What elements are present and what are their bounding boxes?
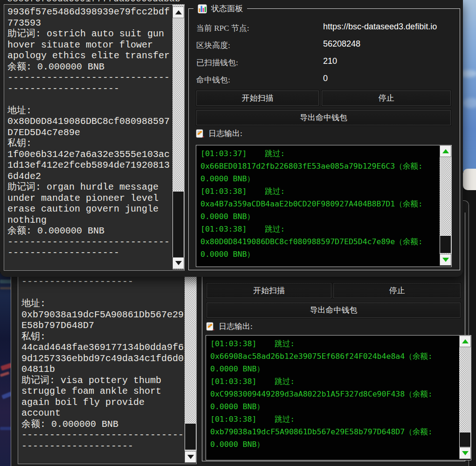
fast-forward-icon	[251, 225, 260, 233]
text-line: account	[21, 408, 183, 419]
log-timestamp: [01:03:38]	[210, 413, 256, 425]
log-entry-header: [01:03:38] 跳过:	[210, 375, 457, 388]
log-timestamp: [01:03:38]	[200, 185, 247, 198]
log-output-text: [01:03:38] 跳过:0x66908ac58ad26b12e39075Ef…	[210, 337, 457, 451]
log-timestamp: [01:03:38]	[210, 375, 256, 388]
log-action-label: 跳过:	[275, 375, 295, 388]
start-scan-button[interactable]: 开始扫描	[196, 90, 319, 106]
fast-forward-icon	[261, 377, 270, 386]
text-line: 9d1257336ebbd97c49da34c1fd6d0	[21, 353, 183, 364]
start-scan-button[interactable]: 开始扫描	[207, 283, 331, 298]
fast-forward-icon	[261, 415, 270, 424]
log-scrollbar[interactable]	[440, 145, 451, 266]
text-line: 9936f57e5486d398939e79fcc2bdf	[7, 7, 171, 18]
text-line	[7, 94, 171, 105]
scrollbar-thumb[interactable]	[185, 423, 196, 450]
text-line: --------------------	[21, 276, 183, 288]
log-balance-line: 0.0000 BNB）	[200, 172, 437, 185]
log-balance-line: 0.0000 BNB）	[200, 248, 437, 260]
wallet-output-text: 9936f57e5486d398939e79fcc2bdf773593助记词: …	[7, 7, 171, 259]
status-panel-groupbox: 状态面板 当前 RPC 节点: https://bsc-dataseed3.de…	[188, 8, 460, 270]
log-entry-header: [01:03:38] 跳过:	[200, 223, 437, 235]
export-hit-wallets-button[interactable]: 导出命中钱包	[196, 110, 451, 125]
text-line: --------------------	[21, 441, 183, 452]
fast-forward-icon	[261, 339, 270, 348]
text-line: -----------------------------	[21, 430, 183, 441]
text-line: E58b797D648D7	[21, 320, 183, 331]
text-line: -----------------------------	[7, 72, 171, 83]
log-balance-line: 0.0000 BNB）	[210, 363, 457, 375]
text-line	[21, 288, 183, 299]
log-action-label: 跳过:	[265, 223, 285, 235]
scrollbar-thumb[interactable]	[440, 235, 451, 254]
rpc-node-value: https://bsc-dataseed3.defibit.io	[323, 22, 437, 32]
text-line: 1d13ef412e2fceb5894de71920813	[7, 160, 171, 171]
memo-icon	[196, 129, 204, 138]
text-line: 余额: 0.000000 BNB	[21, 419, 183, 430]
scroll-up-button[interactable]	[459, 336, 471, 347]
clipped-text-line: e8c6f6f5cda6991f77fdab6e6cdabab	[7, 0, 180, 4]
chevron-down-icon	[462, 451, 469, 455]
log-output-box[interactable]: [01:03:37] 跳过:0x66BED01817d2fb226803fE53…	[196, 145, 452, 267]
log-entry-header: [01:03:38] 跳过:	[210, 337, 457, 350]
status-panel-title: 状态面板	[193, 3, 247, 14]
block-height-value: 56208248	[323, 39, 360, 49]
scroll-down-button[interactable]	[440, 254, 451, 266]
log-address-line: 0x80D0D8419086DBC8cf080988597D7ED5D4c7e8…	[200, 235, 437, 248]
chevron-up-icon	[462, 339, 469, 343]
export-hit-wallets-button[interactable]: 导出命中钱包	[207, 302, 461, 318]
log-balance-line: 0.0000 BNB）	[200, 210, 437, 223]
text-line: 助记词: ostrich auto suit gun	[7, 28, 171, 40]
text-line: again boil fly provide	[21, 397, 183, 408]
desktop-wallpaper-sky	[462, 0, 476, 171]
log-action-label: 跳过:	[275, 413, 295, 425]
text-line: 助记词: organ hurdle message	[7, 182, 171, 193]
stop-button[interactable]: 停止	[333, 283, 461, 298]
text-line: D7ED5D4c7e89e	[7, 127, 171, 138]
log-action-label: 跳过:	[275, 337, 295, 350]
log-output-label: 日志输出:	[219, 321, 253, 332]
log-address-line: 0xa4B7a359aCDB4aaE2b0CD20F980927A404B8B7…	[200, 198, 437, 210]
text-line: 余额: 0.000000 BNB	[7, 62, 171, 73]
text-line: struggle foam ankle short	[21, 386, 183, 397]
scroll-down-button[interactable]	[172, 257, 184, 269]
scrollbar-thumb[interactable]	[459, 432, 471, 447]
log-action-label: 跳过:	[265, 147, 285, 160]
text-line: 44cad4648fae369177134b0dda9f6	[21, 342, 183, 353]
wallet-output-textarea[interactable]: 9936f57e5486d398939e79fcc2bdf773593助记词: …	[4, 4, 185, 271]
fast-forward-icon	[251, 149, 260, 158]
log-timestamp: [01:03:38]	[200, 223, 247, 235]
text-line: under mandate pioneer level	[7, 193, 171, 204]
scroll-up-button[interactable]	[172, 7, 184, 18]
log-scrollbar[interactable]	[459, 336, 471, 459]
scanned-wallets-label: 已扫描钱包:	[196, 57, 238, 68]
text-line: 6d4de2	[7, 171, 171, 182]
textarea-scrollbar[interactable]	[172, 5, 184, 269]
log-balance-line: 0.0000 BNB）	[210, 400, 457, 413]
text-line: 私钥:	[7, 138, 171, 149]
chevron-down-icon	[175, 261, 182, 265]
scroll-up-button[interactable]	[440, 145, 451, 157]
scroll-down-button[interactable]	[185, 451, 196, 463]
wallet-scanner-window-front: e8c6f6f5cda6991f77fdab6e6cdabab 9936f57e…	[0, 0, 463, 277]
log-address-line: 0x66908ac58ad26b12e39075Ef686f24F024b4e8…	[210, 350, 457, 363]
text-line: 地址:	[21, 298, 183, 309]
block-height-label: 区块高度:	[196, 40, 230, 51]
log-output-box[interactable]: [01:03:38] 跳过:0x66908ac58ad26b12e39075Ef…	[206, 335, 471, 460]
log-address-line: 0x66BED01817d2fb226803fE53ae085a79b129E6…	[200, 160, 437, 172]
text-line: 1f00e6b3142e7a6a32e3555e103ac	[7, 149, 171, 160]
chevron-down-icon	[187, 455, 194, 459]
scroll-down-button[interactable]	[459, 447, 471, 459]
scrollbar-thumb[interactable]	[172, 191, 184, 259]
stop-button[interactable]: 停止	[322, 90, 451, 106]
rpc-node-label: 当前 RPC 节点:	[196, 23, 249, 34]
background-widget-corner	[463, 169, 476, 190]
hit-wallets-value: 0	[323, 74, 328, 83]
text-line: --------------------	[7, 83, 171, 95]
bar-chart-icon	[198, 4, 207, 14]
chevron-up-icon	[175, 10, 182, 14]
text-line: hover situate motor flower	[7, 40, 171, 51]
text-line: nothing	[7, 215, 171, 226]
text-line: 0xb79038a19dcF5A90861Db567e29	[21, 309, 183, 321]
log-action-label: 跳过:	[265, 185, 285, 198]
